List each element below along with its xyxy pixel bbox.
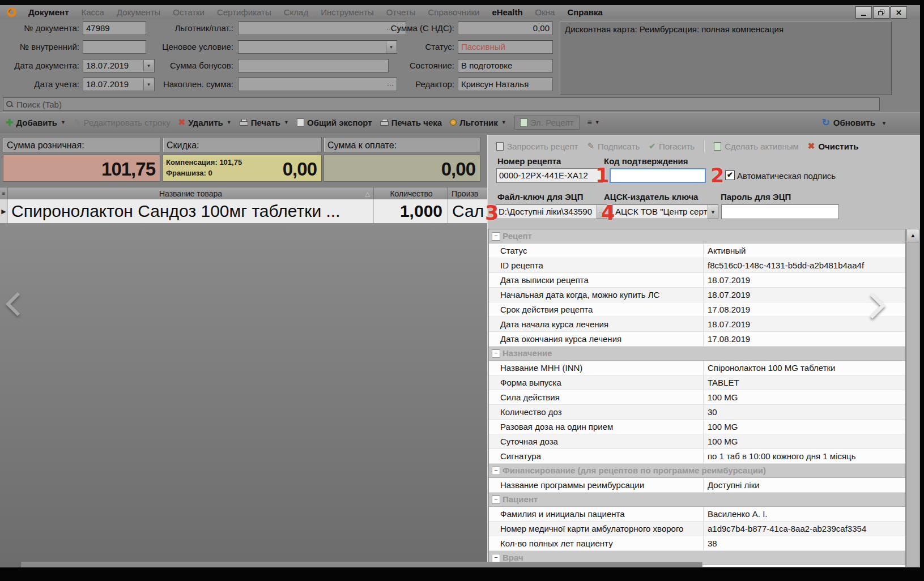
confirm-code-input[interactable]: [610, 168, 706, 183]
field-text[interactable]: В подготовке: [458, 59, 553, 72]
grid-row[interactable]: Номер медичної карти амбулаторного хворо…: [489, 522, 905, 536]
grid-group-header[interactable]: −Рецепт: [489, 229, 905, 243]
toolbar-overflow-arrow[interactable]: ▼: [882, 121, 887, 126]
grid-row-name: Сила действия: [489, 390, 703, 404]
recipe-action-Запросить рецепт[interactable]: Запросить рецепт: [496, 142, 578, 151]
item-name-cell: Спиронолактон Сандоз 100мг таблетки ...: [8, 199, 374, 223]
auto-sign-checkbox[interactable]: ✔: [725, 170, 735, 180]
minimize-button[interactable]: [855, 6, 872, 19]
main-toolbar: ✚Добавить▼✎Редактировать строку✖Удалить▼…: [0, 112, 924, 133]
toolbar-button-Печать[interactable]: Печать▼: [240, 118, 289, 127]
grid-row[interactable]: Сигнатурапо 1 таб в 10:00 кожного дня 1 …: [489, 449, 905, 464]
grid-row[interactable]: Срок действия рецепта17.08.2019: [489, 302, 905, 317]
field-text[interactable]: [238, 59, 389, 72]
grid-row-name: Дата окончания курса лечения: [489, 332, 703, 346]
field-status[interactable]: Пассивный: [458, 40, 553, 54]
grid-row[interactable]: Форма выпускаTABLET: [489, 375, 905, 390]
toolbar-button-Редактировать строку[interactable]: ✎Редактировать строку: [74, 117, 171, 127]
menu-item-инструменты[interactable]: Инструменты: [314, 5, 380, 19]
dropdown-arrow-icon: ▼: [61, 119, 66, 125]
toolbar-button-Эл. Рецепт[interactable]: Эл. Рецепт: [514, 116, 580, 130]
column-header-producer[interactable]: Произв: [449, 187, 488, 200]
field-label: № документа:: [0, 23, 79, 33]
grid-row[interactable]: Сила действия100 MG: [489, 390, 905, 405]
menu-item-справка[interactable]: Справка: [561, 5, 608, 19]
item-row[interactable]: ▶ Спиронолактон Сандоз 100мг таблетки ..…: [0, 199, 488, 224]
window-controls: ✕: [855, 6, 907, 19]
recipe-action-Подписать[interactable]: ✎Подписать: [587, 141, 640, 151]
column-header-name[interactable]: Название товара △: [8, 187, 374, 200]
menu-item-отчеты[interactable]: Отчеты: [380, 5, 422, 19]
acsk-select[interactable]: АЦСК ТОВ "Центр серти ▾: [612, 204, 718, 219]
toolbar-button-Удалить[interactable]: ✖Удалить▼: [178, 117, 232, 127]
recipe-action-Очистить[interactable]: ✖Очистить: [808, 141, 859, 151]
recipe-action-Погасить[interactable]: ✔Погасить: [649, 142, 695, 151]
discount-details: Компенсация: 101,75 Франшиза: 0: [166, 157, 242, 178]
password-input[interactable]: [721, 204, 839, 219]
grid-row[interactable]: Суточная доза100 MG: [489, 434, 905, 449]
toolbar-button-Общий экспорт[interactable]: Общий экспорт: [297, 118, 372, 127]
toolbar-button-Льготник[interactable]: Льготник▼: [450, 118, 506, 127]
field-ellipsis[interactable]: ···: [238, 78, 397, 91]
key-file-label: Файл-ключ для ЭЦП: [497, 192, 584, 202]
collapse-icon[interactable]: −: [492, 232, 500, 241]
field-select[interactable]: ▾: [238, 40, 397, 54]
column-header-qty[interactable]: Количество: [376, 187, 448, 200]
grid-row-name: Название программы реимбурсации: [489, 478, 703, 492]
grid-scrollbar[interactable]: ▲: [906, 229, 919, 567]
recipe-number-input[interactable]: 0000-12PX-441E-XA12: [496, 168, 603, 183]
menu-item-касса[interactable]: Касса: [75, 5, 110, 19]
close-icon: ✕: [896, 8, 902, 17]
grid-row[interactable]: СтатусАктивный: [489, 243, 905, 258]
redeem-check-icon: ✔: [649, 142, 655, 151]
field-text[interactable]: Кривсун Наталья: [458, 78, 553, 91]
menu-item-справочники[interactable]: Справочники: [422, 5, 486, 19]
collapse-icon[interactable]: −: [492, 554, 500, 562]
grid-row[interactable]: Фамилия и инициалы пациентаВасиленко А. …: [489, 507, 905, 522]
grid-group-header[interactable]: −Пациент: [489, 493, 905, 507]
grid-group-title: Финансирование (для рецептов по программ…: [503, 465, 766, 475]
grid-row[interactable]: Начальная дата когда, можно купить ЛС18.…: [489, 288, 905, 302]
menu-item-окна[interactable]: Окна: [529, 5, 561, 19]
recipe-action-Сделать активным[interactable]: Сделать активным: [714, 142, 799, 151]
refresh-button[interactable]: ↻ Обновить: [822, 113, 875, 132]
menu-item-остатки[interactable]: Остатки: [167, 5, 211, 19]
sort-asc-icon: △: [365, 187, 370, 200]
grid-row[interactable]: Название программы реимбурсацииДоступні …: [489, 478, 905, 493]
key-file-input[interactable]: D:\Доступні ліки\343590 ···: [496, 204, 607, 219]
collapse-icon[interactable]: −: [492, 349, 500, 358]
toolbar-button-Печать чека[interactable]: Печать чека: [380, 118, 442, 127]
grid-row[interactable]: ID рецептаf8c516c0-148c-4131-b5dd-a2b481…: [489, 258, 905, 273]
menu-item-ehealth[interactable]: eHealth: [486, 5, 529, 19]
grid-row[interactable]: Дата начала курса лечения18.07.2019: [489, 317, 905, 332]
scroll-up-icon[interactable]: ▲: [907, 229, 919, 242]
menu-item-склад[interactable]: Склад: [278, 5, 314, 19]
toolbar-button-Добавить[interactable]: ✚Добавить▼: [6, 117, 66, 128]
close-button[interactable]: ✕: [891, 6, 907, 19]
toolbar-button-menu[interactable]: ≡▼: [587, 118, 600, 127]
toolbar-button-label: Эл. Рецепт: [530, 118, 574, 127]
grid-row-name: Начальная дата когда, можно купить ЛС: [489, 288, 703, 302]
grid-row[interactable]: Дата выписки рецепта18.07.2019: [489, 273, 905, 288]
recipe-action-label: Сделать активным: [725, 142, 799, 151]
grid-row[interactable]: Название МНН (INN)Спіронолактон 100 MG т…: [489, 361, 905, 375]
field-label: Накоплен. сумма:: [130, 79, 233, 89]
menu-item-сертификаты[interactable]: Сертификаты: [211, 5, 278, 19]
grid-group-header[interactable]: −Финансирование (для рецептов по програм…: [489, 464, 905, 478]
menu-item-документы[interactable]: Документы: [110, 5, 167, 19]
grid-row[interactable]: Разовая доза на один прием100 MG: [489, 420, 905, 434]
grid-row[interactable]: Дата окончания курса лечения17.08.2019: [489, 332, 905, 347]
collapse-icon[interactable]: −: [492, 495, 500, 504]
restore-button[interactable]: [873, 6, 889, 19]
grid-group-header[interactable]: −Назначение: [489, 347, 905, 361]
grid-row[interactable]: Кол-во полных лет пациенту38: [489, 536, 905, 551]
grid-row[interactable]: Количество доз30: [489, 405, 905, 420]
acsk-dropdown-icon[interactable]: ▾: [708, 205, 718, 219]
menu-item-документ[interactable]: Документ: [22, 5, 75, 19]
field-num[interactable]: 0,00: [458, 22, 553, 35]
field-label: Дата учета:: [0, 79, 79, 89]
search-bar[interactable]: Поиск (Tab): [3, 97, 880, 111]
grid-row-name: Дата выписки рецепта: [489, 273, 703, 287]
discount-header: Скидка:: [163, 137, 322, 152]
collapse-icon[interactable]: −: [492, 467, 500, 475]
